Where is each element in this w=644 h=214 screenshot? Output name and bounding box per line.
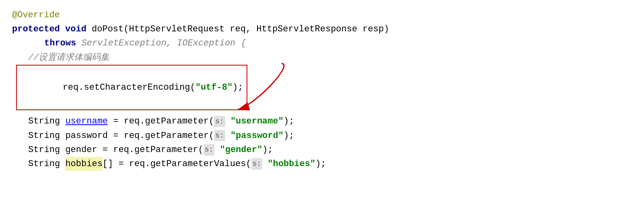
str-hobbies: "hobbies" — [267, 157, 315, 171]
keyword-protected: protected — [12, 22, 60, 36]
hint-s-2: s: — [214, 130, 225, 142]
red-arrow-svg — [153, 56, 294, 120]
end-2: ); — [284, 129, 294, 143]
var-hobbies: hobbies — [65, 157, 102, 171]
keyword-throws: throws — [44, 36, 76, 50]
get-param-2: = req.getParameter( — [108, 129, 214, 143]
type-string-4: String — [28, 157, 60, 171]
line-annotation: @Override — [12, 8, 632, 22]
get-param-values: = req.getParameterValues( — [113, 157, 251, 171]
space5 — [262, 157, 267, 171]
line-throws: throws ServletException, IOException { — [12, 36, 632, 50]
var-username: username — [65, 114, 108, 128]
end-1: ); — [284, 114, 294, 128]
type-string-1: String — [28, 114, 60, 128]
line-comment: //设置请求体编码集 — [12, 51, 632, 65]
hint-s-3: s: — [204, 144, 215, 156]
space1 — [60, 22, 65, 36]
line-method-signature: protected void doPost(HttpServletRequest… — [12, 22, 632, 36]
get-param-1: = req.getParameter( — [108, 114, 214, 128]
space — [60, 114, 65, 128]
space2 — [225, 114, 230, 128]
space — [60, 157, 65, 171]
str-password: "password" — [230, 129, 284, 143]
space — [60, 129, 65, 143]
str-username: "username" — [230, 114, 284, 128]
annotation-override: @Override — [12, 8, 60, 22]
str-gender: "gender" — [220, 143, 263, 157]
get-param-3: = req.getParameter( — [97, 143, 204, 157]
space4 — [214, 143, 220, 157]
hint-s-4: s: — [251, 158, 263, 170]
keyword-void: void — [65, 22, 86, 36]
method-name: doPost(HttpServletRequest req, HttpServl… — [86, 22, 389, 36]
line-password: String password = req.getParameter( s: "… — [12, 129, 632, 143]
var-password: password — [65, 129, 108, 143]
space — [60, 143, 65, 157]
comment-text: //设置请求体编码集 — [28, 51, 109, 65]
line-gender: String gender = req.getParameter( s: "ge… — [12, 143, 632, 157]
code-block: @Override protected void doPost(HttpServ… — [12, 8, 632, 171]
type-string-3: String — [28, 143, 60, 157]
space3 — [225, 129, 230, 143]
type-string-2: String — [28, 129, 60, 143]
var-gender: gender — [65, 143, 97, 157]
hint-s-1: s: — [214, 116, 225, 128]
line-username: String username = req.getParameter( s: "… — [12, 114, 632, 128]
end-3: ); — [262, 143, 273, 157]
arr-brackets: [] — [103, 157, 113, 171]
line-hobbies: String hobbies [] = req.getParameterValu… — [12, 157, 632, 171]
end-4: ); — [315, 157, 326, 171]
throws-exceptions: ServletException, IOException { — [76, 36, 246, 50]
